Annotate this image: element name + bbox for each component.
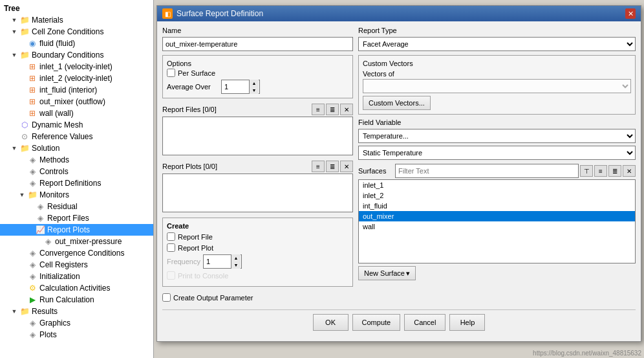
surfaces-list[interactable]: inlet_1inlet_2int_fluidout_mixerwall: [358, 179, 636, 263]
tree-item-monitors[interactable]: ▼📁Monitors: [0, 189, 153, 201]
tree-item-cell-zone[interactable]: ▼📁Cell Zone Conditions: [0, 26, 153, 38]
expand-btn-report-files[interactable]: [26, 214, 34, 222]
tree-item-plots[interactable]: ◈Plots: [0, 329, 153, 341]
frequency-input[interactable]: [204, 255, 231, 268]
surfaces-icon3-btn[interactable]: ≣: [608, 165, 621, 177]
tree-item-report-definitions[interactable]: ◈Report Definitions: [0, 177, 153, 189]
tree-item-inlet2[interactable]: ⊞inlet_2 (velocity-inlet): [0, 73, 153, 84]
field-sub-variable-select[interactable]: Static Temperature Total Temperature: [358, 146, 636, 160]
expand-btn-methods[interactable]: [18, 156, 26, 164]
spinner-up-btn[interactable]: ▲: [250, 80, 259, 87]
expand-btn-dynamic-mesh[interactable]: [10, 121, 18, 129]
freq-spinner-up-btn[interactable]: ▲: [231, 254, 241, 262]
expand-btn-out-mixer-pressure[interactable]: [34, 238, 41, 245]
average-over-spinner[interactable]: ▲ ▼: [221, 80, 260, 94]
expand-btn-calc-activities[interactable]: [18, 284, 26, 292]
tree-label-inlet1: inlet_1 (velocity-inlet): [39, 62, 113, 71]
tree-item-fluid[interactable]: ◉fluid (fluid): [0, 38, 153, 49]
help-button[interactable]: Help: [449, 314, 485, 331]
tree-item-out-mixer[interactable]: ⊞out_mixer (outflow): [0, 96, 153, 107]
surface-item-inlet_1[interactable]: inlet_1: [359, 180, 635, 190]
new-surface-button[interactable]: New Surface ▾: [358, 266, 416, 280]
report-files-align-left-btn[interactable]: ≡: [312, 104, 325, 115]
expand-btn-report-definitions[interactable]: [18, 179, 26, 187]
surface-item-out_mixer[interactable]: out_mixer: [359, 211, 635, 221]
tree-item-out-mixer-pressure[interactable]: ◈out_mixer-pressure: [0, 236, 153, 247]
tree-item-dynamic-mesh[interactable]: ⬡Dynamic Mesh: [0, 119, 153, 131]
average-over-input[interactable]: [222, 80, 249, 93]
expand-btn-int-fluid[interactable]: [18, 86, 26, 94]
spinner-down-btn[interactable]: ▼: [250, 87, 259, 94]
create-output-checkbox[interactable]: [162, 293, 171, 302]
surfaces-icon2-btn[interactable]: ≡: [594, 165, 607, 177]
field-variable-select[interactable]: Temperature... Pressure... Velocity...: [358, 129, 636, 143]
tree-item-calc-activities[interactable]: ⚙Calculation Activities: [0, 282, 153, 294]
report-files-panel: Report Files [0/0] ≡ ≣ ✕: [162, 104, 353, 155]
report-file-checkbox[interactable]: [167, 232, 175, 241]
tree-item-convergence-conditions[interactable]: ◈Convergence Conditions: [0, 247, 153, 259]
expand-btn-inlet1[interactable]: [18, 63, 26, 71]
close-button[interactable]: ✕: [625, 8, 636, 19]
report-files-align-right-btn[interactable]: ≣: [326, 104, 339, 115]
tree-icon-cell-zone: 📁: [19, 27, 30, 37]
report-file-row: Report File: [167, 232, 349, 241]
name-input[interactable]: [162, 37, 353, 51]
tree-item-controls[interactable]: ◈Controls: [0, 166, 153, 177]
expand-btn-monitors[interactable]: ▼: [18, 191, 26, 199]
expand-btn-inlet2[interactable]: [18, 74, 26, 82]
tree-item-report-files[interactable]: ◈Report Files: [0, 212, 153, 224]
surfaces-filter-input[interactable]: [395, 164, 579, 178]
report-plots-delete-btn[interactable]: ✕: [340, 161, 353, 172]
tree-item-results[interactable]: ▼📁Results: [0, 306, 153, 317]
tree-item-int-fluid[interactable]: ⊞int_fluid (interior): [0, 84, 153, 96]
expand-btn-residual[interactable]: [26, 203, 34, 210]
expand-btn-solution[interactable]: ▼: [10, 144, 18, 152]
custom-vectors-button[interactable]: Custom Vectors...: [363, 96, 431, 110]
tree-item-boundary-conditions[interactable]: ▼📁Boundary Conditions: [0, 49, 153, 61]
expand-btn-out-mixer[interactable]: [18, 98, 26, 106]
tree-item-inlet1[interactable]: ⊞inlet_1 (velocity-inlet): [0, 61, 153, 73]
expand-btn-results[interactable]: ▼: [10, 308, 18, 315]
tree-item-reference-values[interactable]: ⊙Reference Values: [0, 131, 153, 142]
expand-btn-reference-values[interactable]: [10, 133, 18, 140]
surface-item-inlet_2[interactable]: inlet_2: [359, 190, 635, 201]
tree-item-solution[interactable]: ▼📁Solution: [0, 142, 153, 154]
expand-btn-run-calculation[interactable]: [18, 296, 26, 304]
expand-btn-materials[interactable]: ▼: [10, 16, 18, 24]
tree-item-methods[interactable]: ◈Methods: [0, 154, 153, 166]
tree-item-wall[interactable]: ⊞wall (wall): [0, 107, 153, 119]
cancel-button[interactable]: Cancel: [404, 314, 445, 331]
report-files-delete-btn[interactable]: ✕: [340, 104, 353, 115]
ok-button[interactable]: OK: [313, 314, 349, 331]
expand-btn-boundary-conditions[interactable]: ▼: [10, 51, 18, 59]
expand-btn-report-plots[interactable]: [26, 226, 34, 234]
tree-item-materials[interactable]: ▼📁Materials: [0, 14, 153, 26]
surfaces-icon4-btn[interactable]: ✕: [623, 165, 636, 177]
report-plots-align-right-btn[interactable]: ≣: [326, 161, 339, 172]
tree-item-initialization[interactable]: ◈Initialization: [0, 271, 153, 282]
tree-item-cell-registers[interactable]: ◈Cell Registers: [0, 259, 153, 271]
per-surface-checkbox[interactable]: [167, 69, 175, 77]
tree-item-report-plots[interactable]: 📈Report Plots: [0, 224, 153, 236]
tree-item-run-calculation[interactable]: ▶Run Calculation: [0, 294, 153, 306]
expand-btn-convergence-conditions[interactable]: [18, 249, 26, 257]
expand-btn-wall[interactable]: [18, 109, 26, 117]
report-type-select[interactable]: Facet Average Area-Weighted Average Mass…: [358, 37, 636, 51]
compute-button[interactable]: Compute: [352, 314, 401, 331]
expand-btn-cell-registers[interactable]: [18, 261, 26, 269]
expand-btn-graphics[interactable]: [18, 319, 26, 327]
expand-btn-initialization[interactable]: [18, 273, 26, 280]
freq-spinner-down-btn[interactable]: ▼: [231, 262, 241, 269]
expand-btn-cell-zone[interactable]: ▼: [10, 28, 18, 36]
tree-item-graphics[interactable]: ◈Graphics: [0, 317, 153, 329]
report-plots-align-left-btn[interactable]: ≡: [312, 161, 325, 172]
surface-item-wall[interactable]: wall: [359, 221, 635, 232]
surface-item-int_fluid[interactable]: int_fluid: [359, 201, 635, 211]
tree-item-residual[interactable]: ◈Residual: [0, 201, 153, 212]
expand-btn-controls[interactable]: [18, 168, 26, 175]
expand-btn-plots[interactable]: [18, 331, 26, 339]
frequency-spinner[interactable]: ▲ ▼: [203, 254, 242, 269]
report-plot-checkbox[interactable]: [167, 243, 175, 252]
surfaces-icon1-btn[interactable]: ⊤: [580, 165, 593, 177]
expand-btn-fluid[interactable]: [18, 39, 26, 47]
